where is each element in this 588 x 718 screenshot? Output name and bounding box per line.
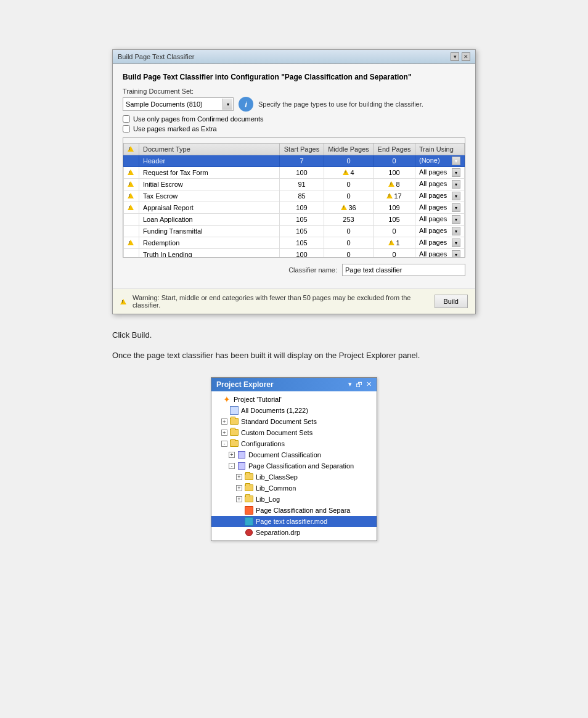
close-button[interactable]: ✕ xyxy=(462,52,470,61)
doc-type-cell: Truth In Lending xyxy=(139,249,280,258)
start-pages-cell: 100 xyxy=(280,249,324,258)
tree-item-customdocsets[interactable]: +Custom Document Sets xyxy=(211,427,377,438)
train-using-cell[interactable]: All pages▾ xyxy=(415,249,465,258)
row-warn-icon xyxy=(128,181,134,187)
tree-item-pageclasssep[interactable]: -Page Classification and Separation xyxy=(211,460,377,471)
training-docset-dropdown[interactable]: Sample Documents (810) xyxy=(123,97,234,111)
tree-item-alldocs[interactable]: All Documents (1,222) xyxy=(211,405,377,416)
tree-container: ✦Project 'Tutorial'All Documents (1,222)… xyxy=(211,391,377,541)
tree-label-project: Project 'Tutorial' xyxy=(234,396,282,403)
folder-icon xyxy=(244,483,254,493)
middle-pages-cell: 0 xyxy=(324,237,374,249)
expand-icon-docclass[interactable]: + xyxy=(229,452,235,458)
row-warn-icon xyxy=(128,240,134,245)
train-dropdown-arrow[interactable]: ▾ xyxy=(452,239,460,247)
end-warn-icon xyxy=(388,181,394,187)
dialog-body: Build Page Text Classifier into Configur… xyxy=(113,64,475,284)
col-warn xyxy=(124,144,139,155)
train-dropdown-arrow[interactable]: ▾ xyxy=(452,157,460,165)
expand-icon-pageclasssep[interactable]: - xyxy=(229,463,235,469)
checkbox-confirmed[interactable] xyxy=(123,115,130,123)
tree-item-pagetextmod[interactable]: Page text classifier.mod xyxy=(211,516,377,527)
middle-pages-cell: 0 xyxy=(324,179,374,190)
warn-cell xyxy=(124,249,139,258)
train-dropdown-arrow[interactable]: ▾ xyxy=(452,215,460,224)
tree-item-libclasssep[interactable]: +Lib_ClassSep xyxy=(211,471,377,483)
tree-label-pageclasssep: Page Classification and Separation xyxy=(248,462,354,470)
explorer-close-icon[interactable]: ✕ xyxy=(366,380,372,388)
explorer-dock-icon[interactable]: 🗗 xyxy=(356,381,362,388)
table-row[interactable]: Redemption10501All pages▾ xyxy=(124,237,465,249)
document-type-table-container: Document Type Start Pages Middle Pages E… xyxy=(123,137,465,258)
train-dropdown-arrow[interactable]: ▾ xyxy=(452,203,460,212)
tree-item-separationdrp[interactable]: Separation.drp xyxy=(211,527,377,538)
doc-type-cell: Header xyxy=(139,155,280,167)
train-dropdown-arrow[interactable]: ▾ xyxy=(452,250,460,258)
drp-icon xyxy=(244,528,254,537)
expand-icon-libclasssep[interactable]: + xyxy=(236,474,242,480)
table-row[interactable]: Loan Application105253105All pages▾ xyxy=(124,214,465,226)
start-pages-cell: 105 xyxy=(280,226,324,237)
tree-item-configurations[interactable]: -Configurations xyxy=(211,438,377,449)
expand-icon-customdocsets[interactable]: + xyxy=(221,430,227,436)
tree-item-docclass[interactable]: +Document Classification xyxy=(211,449,377,460)
expand-icon-configurations[interactable]: - xyxy=(221,441,227,447)
project-icon: ✦ xyxy=(222,394,232,404)
doc-type-cell: Loan Application xyxy=(139,214,280,226)
train-using-cell[interactable]: All pages▾ xyxy=(415,190,465,202)
checkbox-extra[interactable] xyxy=(123,125,130,133)
classifier-name-input[interactable] xyxy=(342,264,465,276)
table-row[interactable]: Appraisal Report10936109All pages▾ xyxy=(124,202,465,214)
start-pages-cell: 91 xyxy=(280,179,324,190)
tree-item-stddocsets[interactable]: +Standard Document Sets xyxy=(211,416,377,427)
dialog-main-title: Build Page Text Classifier into Configur… xyxy=(123,73,465,81)
checkbox1-row: Use only pages from Confirmed documents xyxy=(123,115,465,123)
train-dropdown-arrow[interactable]: ▾ xyxy=(452,227,460,235)
train-dropdown-arrow[interactable]: ▾ xyxy=(452,192,460,200)
table-row[interactable]: Truth In Lending10000All pages▾ xyxy=(124,249,465,258)
train-using-cell[interactable]: All pages▾ xyxy=(415,179,465,190)
train-dropdown-arrow[interactable]: ▾ xyxy=(452,168,460,177)
train-using-cell[interactable]: All pages▾ xyxy=(415,167,465,179)
table-row[interactable]: Tax Escrow85017All pages▾ xyxy=(124,190,465,202)
table-row[interactable]: Header700(None)▾ xyxy=(124,155,465,167)
start-pages-cell: 109 xyxy=(280,202,324,214)
tree-item-pageclasssepitem[interactable]: Page Classification and Separa xyxy=(211,505,377,516)
train-using-cell[interactable]: All pages▾ xyxy=(415,226,465,237)
alldocs-icon xyxy=(229,406,239,415)
expand-icon-libcommon[interactable]: + xyxy=(236,485,242,491)
pin-button[interactable]: ▾ xyxy=(451,52,459,61)
folder-icon xyxy=(244,472,254,482)
train-using-cell[interactable]: All pages▾ xyxy=(415,237,465,249)
tree-item-project[interactable]: ✦Project 'Tutorial' xyxy=(211,394,377,405)
checkbox2-label: Use pages marked as Extra xyxy=(133,125,217,133)
tree-label-separationdrp: Separation.drp xyxy=(256,529,300,536)
build-button[interactable]: Build xyxy=(435,295,468,308)
folder-icon xyxy=(229,417,239,426)
tree-label-alldocs: All Documents (1,222) xyxy=(241,407,308,414)
info-icon: i xyxy=(239,97,253,112)
middle-pages-cell: 0 xyxy=(324,155,374,167)
table-row[interactable]: Initial Escrow9108All pages▾ xyxy=(124,179,465,190)
end-pages-cell: 100 xyxy=(374,167,415,179)
explorer-pin-icon[interactable]: ▾ xyxy=(348,380,352,388)
train-dropdown-arrow[interactable]: ▾ xyxy=(452,180,460,189)
middle-pages-cell: 0 xyxy=(324,249,374,258)
train-using-cell[interactable]: All pages▾ xyxy=(415,214,465,226)
train-using-cell[interactable]: (None)▾ xyxy=(415,155,465,167)
expand-icon-liblog[interactable]: + xyxy=(236,496,242,502)
table-row[interactable]: Request for Tax Form1004100All pages▾ xyxy=(124,167,465,179)
tree-label-pagetextmod: Page text classifier.mod xyxy=(256,518,327,525)
doc-type-cell: Tax Escrow xyxy=(139,190,280,202)
row-warn-icon xyxy=(128,193,134,198)
expand-icon-stddocsets[interactable]: + xyxy=(221,418,227,425)
start-pages-cell: 100 xyxy=(280,167,324,179)
titlebar-controls: ▾ ✕ xyxy=(451,52,470,61)
table-header-row: Document Type Start Pages Middle Pages E… xyxy=(124,144,465,155)
tree-item-libcommon[interactable]: +Lib_Common xyxy=(211,483,377,494)
tree-item-liblog[interactable]: +Lib_Log xyxy=(211,494,377,505)
train-using-cell[interactable]: All pages▾ xyxy=(415,202,465,214)
warn-cell xyxy=(124,190,139,202)
table-row[interactable]: Funding Transmittal10500All pages▾ xyxy=(124,226,465,237)
explorer-title: Project Explorer xyxy=(216,380,274,389)
